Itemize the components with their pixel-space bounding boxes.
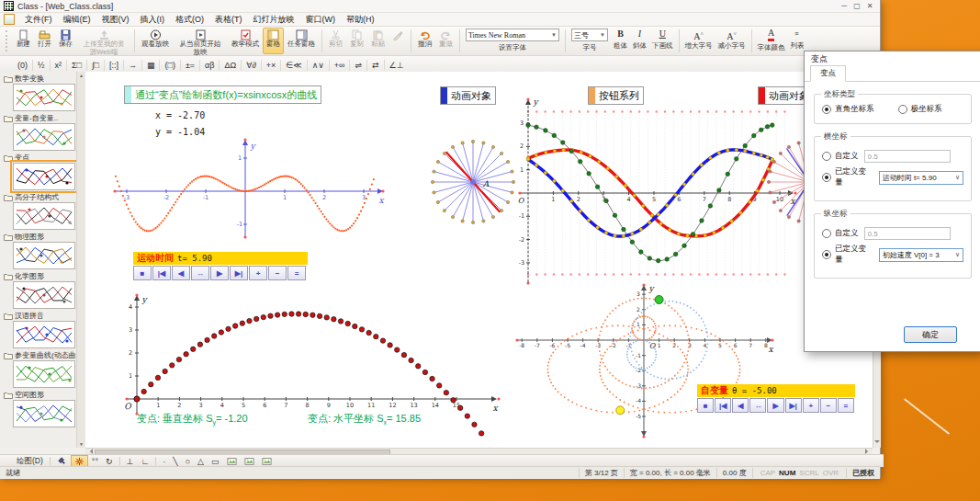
sidebar-item-7[interactable]: 参变量曲线(动态曲线) — [4, 350, 85, 388]
x-defined-variable-select[interactable]: 运动时间 t= 5.90 ∨ — [879, 171, 963, 185]
close-button[interactable]: ✕ — [863, 2, 876, 10]
toolbar-button-pane[interactable]: 窗格 — [263, 28, 284, 54]
shrink-font-button[interactable]: A˅减小字号 — [715, 27, 749, 55]
draw-menu-button[interactable]: 绘图(D) — [13, 456, 47, 467]
player-theta-button-4[interactable]: ▶ — [767, 398, 783, 413]
toolbar-button-play-from-current[interactable]: 从当前页开始放映 — [173, 28, 228, 54]
menu-item-1[interactable]: 编辑(E) — [58, 15, 96, 24]
sidebar-item-2[interactable]: 变点 — [4, 153, 85, 190]
toolbar-button-paste[interactable]: 粘贴 — [367, 28, 389, 54]
anim-object-box-1[interactable]: 动画对象 — [440, 86, 496, 105]
slide-thumbnail[interactable] — [13, 400, 75, 427]
x-custom-input[interactable] — [864, 150, 951, 163]
toolbar-button-format-brush[interactable] — [389, 28, 408, 54]
math-symbol-button-15[interactable]: ∧∨ — [308, 61, 329, 70]
player-time-button-1[interactable]: |◀ — [152, 266, 171, 280]
font-name-group[interactable]: Times New Roman▼设置字体 — [463, 27, 562, 55]
radio-cartesian[interactable]: 直角坐标系 — [822, 104, 874, 115]
slide-thumbnail[interactable] — [13, 202, 75, 230]
font-name-select[interactable]: Times New Roman▼ — [466, 28, 559, 41]
radio-x-defined[interactable]: 已定义变量 运动时间 t= 5.90 ∨ — [822, 166, 963, 188]
grow-font-button[interactable]: A˄增大字号 — [682, 27, 715, 55]
sidebar-item-0[interactable]: 数学变换 — [4, 74, 85, 111]
player-theta-button-0[interactable]: ■ — [697, 398, 714, 413]
toolbar-button-save[interactable]: 保存 — [55, 28, 76, 54]
underline-button[interactable]: U下画线 — [649, 27, 676, 55]
font-color-button[interactable]: A字体颜色 — [755, 27, 788, 55]
math-symbol-button-13[interactable]: +× — [262, 61, 281, 70]
sidebar-item-8[interactable]: 空间图形 — [4, 390, 85, 427]
player-theta-button-8[interactable]: = — [838, 398, 854, 413]
toolbar-button-copy[interactable]: 复制 — [346, 28, 367, 54]
math-symbol-button-4[interactable]: ∫□ — [87, 61, 104, 70]
player-time-button-2[interactable]: ◀ — [172, 266, 190, 280]
toolbar-button-open[interactable]: 打开 — [34, 28, 55, 54]
scroll-up-icon[interactable]: ▲ — [78, 72, 84, 79]
toolbar-button-task-pane[interactable]: 任务窗格 — [284, 28, 319, 54]
spoke-wheel-blue[interactable]: A — [427, 136, 519, 228]
ok-button[interactable]: 确定 — [904, 326, 957, 343]
menu-item-7[interactable]: 窗口(W) — [300, 15, 342, 24]
sidebar-item-4[interactable]: 物理图形 — [4, 232, 85, 269]
tab-variable-point[interactable]: 变点 — [810, 65, 846, 82]
menu-item-0[interactable]: 文件(F) — [19, 15, 58, 24]
minimize-button[interactable]: ─ — [838, 2, 850, 10]
math-symbol-button-11[interactable]: ΔΩ — [220, 61, 241, 70]
fx-curve-plot[interactable]: -3-2-11231-1xy — [106, 132, 392, 241]
bold-button[interactable]: B粗体 — [611, 27, 630, 55]
sidebar-item-5[interactable]: 化学图形 — [4, 271, 85, 309]
y-custom-input[interactable] — [864, 227, 951, 240]
player-time-button-0[interactable]: ■ — [133, 266, 152, 280]
font-size-group[interactable]: 三号▼字号 — [569, 27, 611, 55]
player-time-button-5[interactable]: ▶| — [230, 266, 248, 280]
sidebar-item-1[interactable]: 变量-自变量.. — [4, 113, 85, 151]
toolbar-button-upload[interactable]: 上传至我的资源Web端 — [76, 28, 131, 54]
player-time-button-7[interactable]: − — [268, 266, 287, 280]
y-defined-variable-select[interactable]: 初始速度 V[0] = 3 ∨ — [879, 248, 963, 262]
slide-canvas[interactable]: 通过“变点”绘制函数f(x)=xsinxcosx的曲线 动画对象 按钮系列 动画… — [85, 72, 873, 448]
math-symbol-button-17[interactable]: ⇌ — [350, 61, 366, 70]
radio-polar[interactable]: 极坐标系 — [898, 104, 942, 115]
slide-thumbnail[interactable] — [13, 242, 75, 269]
menu-item-8[interactable]: 帮助(H) — [341, 15, 380, 24]
player-time-button-8[interactable]: = — [287, 266, 306, 280]
math-symbol-button-1[interactable]: ½ — [33, 61, 50, 70]
player-theta-button-1[interactable]: |◀ — [715, 398, 731, 413]
player-time-button-3[interactable]: ↔ — [191, 266, 209, 280]
radio-x-custom[interactable]: 自定义 — [822, 150, 963, 163]
toolbar-button-undo[interactable]: 撤消 — [414, 28, 435, 54]
toolbar-button-cut[interactable]: 剪切 — [325, 28, 346, 54]
radio-y-custom[interactable]: 自定义 — [822, 227, 963, 240]
menu-item-5[interactable]: 表格(T) — [209, 15, 248, 24]
player-time-button-4[interactable]: ▶ — [210, 266, 229, 280]
math-symbol-button-18[interactable]: ⇄ — [367, 61, 384, 70]
font-size-select[interactable]: 三号▼ — [571, 28, 608, 41]
slide-thumbnail[interactable] — [13, 281, 75, 309]
math-symbol-button-3[interactable]: Σ□ — [67, 61, 86, 70]
sidebar-scrollbar[interactable]: ▲ ▼ — [76, 72, 85, 448]
player-theta-button-5[interactable]: ▶| — [785, 398, 802, 413]
math-symbol-button-7[interactable]: ▦ — [142, 61, 160, 70]
slide-thumbnail[interactable] — [13, 360, 75, 388]
maximize-button[interactable]: ▢ — [850, 2, 863, 10]
menu-item-2[interactable]: 视图(V) — [96, 15, 135, 24]
toolbar-button-watch-show[interactable]: 观看放映 — [138, 28, 173, 54]
slide-thumbnail[interactable] — [13, 84, 75, 111]
toolbar-button-teach-mode[interactable]: 教学模式 — [228, 28, 263, 54]
player-theta-button-3[interactable]: ↔ — [749, 398, 766, 413]
menu-item-6[interactable]: 幻灯片放映 — [248, 15, 300, 24]
math-symbol-button-14[interactable]: ∈≪ — [281, 61, 306, 70]
slide-thumbnail[interactable] — [13, 321, 75, 348]
sidebar-item-3[interactable]: 高分子结构式 — [4, 192, 85, 230]
player-theta-button-6[interactable]: + — [803, 398, 819, 413]
menu-item-4[interactable]: 格式(O) — [170, 15, 209, 24]
menu-item-3[interactable]: 插入(I) — [135, 15, 171, 24]
math-symbol-button-19[interactable]: ∠⊥ — [385, 61, 409, 70]
math-symbol-button-5[interactable]: [::] — [105, 61, 123, 70]
title-text-box[interactable]: 通过“变点”绘制函数f(x)=xsinxcosx的曲线 — [124, 85, 321, 104]
player-time-button-6[interactable]: + — [249, 266, 267, 280]
math-symbol-button-12[interactable]: ∀∂ — [242, 61, 261, 70]
toolbar-button-new[interactable]: 新建 — [13, 28, 34, 54]
math-symbol-button-16[interactable]: +∞ — [330, 61, 350, 70]
math-symbol-button-6[interactable]: → — [124, 61, 141, 70]
